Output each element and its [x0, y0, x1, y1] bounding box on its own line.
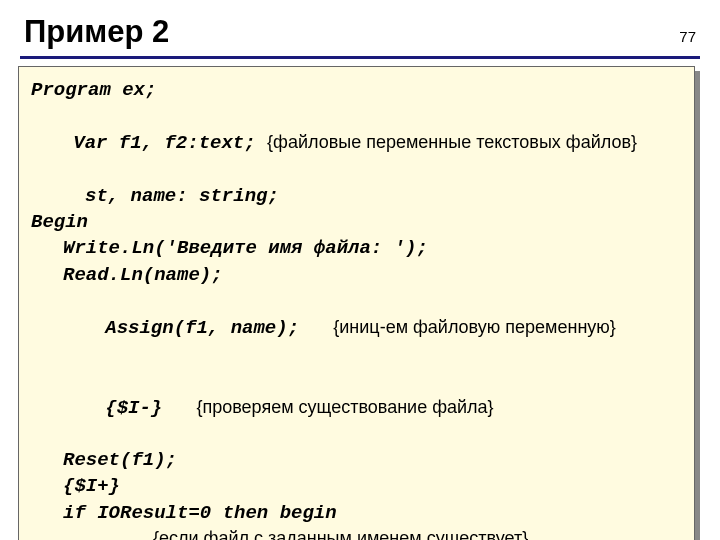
code-line: st, name: string; — [31, 183, 682, 209]
code-line: Read.Ln(name); — [31, 262, 682, 288]
title-underline — [20, 56, 700, 59]
slide: Пример 2 77 Program ex; Var f1, f2:text;… — [0, 0, 720, 540]
code-line: Reset(f1); — [31, 447, 682, 473]
code-line: Program ex; — [31, 77, 682, 103]
code-text: Assign(f1, name); — [105, 317, 333, 339]
code-text: Var f1, f2:text; — [73, 132, 267, 154]
code-comment: {если файл с заданным именем существует} — [31, 526, 682, 540]
code-comment: {иниц-ем файловую переменную} — [333, 317, 616, 337]
code-line: Var f1, f2:text; {файловые переменные те… — [31, 103, 682, 183]
code-line: Begin — [31, 209, 682, 235]
code-block: Program ex; Var f1, f2:text; {файловые п… — [18, 66, 695, 540]
code-line: {$I+} — [31, 473, 682, 499]
slide-header: Пример 2 77 — [20, 14, 700, 50]
code-line: if IOResult=0 then begin — [31, 500, 682, 526]
code-line: {$I-} {проверяем существование файла} — [31, 367, 682, 447]
slide-title: Пример 2 — [20, 14, 169, 50]
code-line: Write.Ln('Введите имя файла: '); — [31, 235, 682, 261]
codebox-shadow: Program ex; Var f1, f2:text; {файловые п… — [23, 71, 700, 540]
code-comment: {проверяем существование файла} — [196, 397, 493, 417]
code-text: {$I-} — [105, 397, 196, 419]
page-number: 77 — [679, 28, 700, 45]
code-line: Assign(f1, name); {иниц-ем файловую пере… — [31, 288, 682, 368]
code-comment: {файловые переменные текстовых файлов} — [267, 132, 637, 152]
